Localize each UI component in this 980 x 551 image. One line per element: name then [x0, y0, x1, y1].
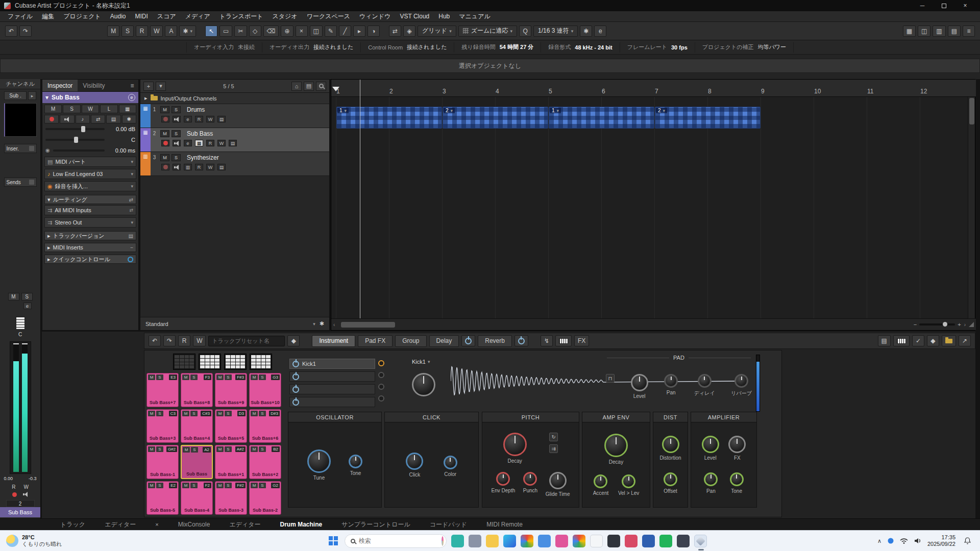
tray-chevron-icon[interactable]: ∧ [877, 538, 881, 544]
menu-project[interactable]: プロジェクト [59, 12, 106, 21]
automation-panel-button[interactable]: A [165, 26, 177, 37]
tab-sampler-control[interactable]: サンプラーコントロール [341, 520, 410, 529]
pad-mute-button[interactable]: M [182, 483, 189, 488]
tab-visibility[interactable]: Visibility [78, 80, 110, 91]
record-enable-icon[interactable] [12, 492, 17, 497]
pad-solo-button[interactable]: S [259, 374, 266, 380]
pad-mute-button[interactable]: M [251, 483, 258, 488]
color-tool[interactable]: ◑ [368, 26, 380, 37]
tab-editor-1[interactable]: エディター [105, 520, 136, 529]
start-button[interactable] [327, 534, 340, 547]
monitor-icon[interactable] [23, 492, 29, 497]
tab-instrument[interactable]: Instrument [312, 335, 355, 347]
automation-mode-button[interactable]: ✱▾ [179, 26, 196, 37]
zoom-tool[interactable]: ⊕ [281, 26, 293, 37]
note-icon[interactable]: ♪ [76, 115, 90, 123]
weather-widget[interactable]: 28°Cくもりのち晴れ [0, 531, 68, 551]
pad-solo-button[interactable]: S [259, 483, 266, 488]
volume-slider[interactable]: 0.00 dB [42, 123, 138, 134]
undo-button[interactable]: ↶ [149, 335, 161, 346]
pitch-mode-button[interactable]: ↻ [549, 433, 558, 441]
pitch-route-button[interactable]: ⇉ [549, 444, 558, 453]
setup-toolbar-button[interactable]: ≡ [963, 26, 975, 37]
io-channels-folder[interactable]: ▸ Input/Output Channels [140, 93, 329, 104]
inspector-write-button[interactable]: W [82, 105, 99, 113]
track-solo-button[interactable]: S [172, 130, 181, 137]
preset-icon[interactable]: ◆ [927, 335, 939, 346]
pad-reverb-send-knob[interactable] [734, 374, 748, 388]
read-button[interactable]: R [195, 116, 203, 122]
scroll-right-icon[interactable]: › [964, 322, 966, 328]
inspector-track-header[interactable]: ▾ Sub Bass e [42, 92, 138, 103]
pad-mute-button[interactable]: M [183, 447, 190, 453]
pad-mute-button[interactable]: M [182, 374, 189, 380]
mute-tool[interactable]: × [296, 26, 308, 37]
close-button[interactable]: × [954, 0, 976, 11]
pad-solo-button[interactable]: S [225, 446, 232, 452]
track-row-sub-bass[interactable]: ▦ 2 M S Sub Bass e ▦ R W ▤ [140, 128, 329, 152]
status-project-pan-law[interactable]: プロジェクトの補正均等パワー [695, 42, 794, 53]
menu-edit[interactable]: 編集 [37, 12, 59, 21]
pitch-punch-knob[interactable] [523, 472, 537, 486]
snap-button[interactable]: ◈ [403, 26, 415, 37]
channel-mute-button[interactable]: M [8, 293, 19, 300]
tab-drum-machine[interactable]: Drum Machine [280, 521, 323, 528]
track-mute-button[interactable]: M [160, 106, 169, 113]
list-icon[interactable]: ▤ [304, 82, 314, 91]
pad-solo-button[interactable]: S [225, 483, 232, 488]
delay-power-button[interactable] [461, 335, 475, 346]
redo-button[interactable]: ↷ [163, 335, 176, 346]
power-icon[interactable] [292, 373, 299, 380]
sends-section[interactable]: Sends [4, 178, 37, 187]
menu-window[interactable]: ウィンドウ [355, 12, 395, 21]
section-quick-controls[interactable]: ▸ クイックコントロール [44, 255, 136, 264]
midi-part-select[interactable]: ▤ MIDI パート ▾ [44, 157, 136, 167]
amp-accent-knob[interactable] [594, 474, 607, 488]
pad-link-button[interactable]: ⊓ [606, 374, 615, 383]
arrangement-area[interactable]: 1▾ 2▾ 1▾ 2▾ [331, 97, 968, 319]
dist-distortion-knob[interactable] [662, 436, 679, 453]
close-icon[interactable]: × [155, 521, 158, 528]
tab-mixconsole[interactable]: MixConsole [178, 521, 210, 528]
taskbar-app-icon[interactable] [677, 535, 690, 547]
folder-button[interactable] [942, 335, 956, 346]
click-level-knob[interactable] [406, 453, 423, 470]
freeze-button[interactable]: ⇄ [91, 115, 105, 123]
confirm-button[interactable]: ✓ [912, 335, 924, 346]
vertical-scrollbar[interactable] [968, 97, 975, 319]
status-record-format[interactable]: 録音形式48 kHz - 24 bit [541, 42, 620, 53]
drum-map-button[interactable]: ▦ [195, 140, 203, 146]
read-all-button[interactable]: R [136, 26, 148, 37]
track-mute-button[interactable]: M [160, 154, 169, 161]
write-button[interactable]: W [217, 140, 226, 146]
menu-midi[interactable]: MIDI [131, 13, 153, 20]
tab-delay[interactable]: Delay [429, 335, 459, 347]
drum-pad-d3[interactable]: MSD3Sub Bass+5 [215, 409, 247, 443]
track-options-icon[interactable]: ▤ [217, 116, 226, 122]
reverb-power-button[interactable] [514, 335, 528, 346]
keyboard-button[interactable] [555, 335, 572, 346]
instrument-button[interactable]: ▥ [184, 164, 192, 170]
sample-select[interactable]: Kick1▾ [412, 359, 430, 365]
inspector-menu-icon[interactable]: ≡ [126, 80, 138, 91]
sample-slot-4[interactable] [289, 397, 375, 407]
zone-preset-select[interactable]: Standard [145, 321, 168, 327]
midi-clip[interactable]: 1▾ [336, 107, 442, 129]
track-preset-input[interactable] [208, 336, 285, 346]
sample-slot-3[interactable] [289, 384, 375, 394]
channel-write-button[interactable]: W [23, 484, 28, 490]
pad-solo-button[interactable]: S [190, 374, 198, 380]
quantize-toggle[interactable]: Q [519, 26, 531, 37]
zoom-slider[interactable]: − + [914, 321, 961, 328]
inserts-section[interactable]: Inser. [4, 144, 37, 153]
taskbar-app-icon[interactable] [625, 535, 638, 547]
dist-offset-knob[interactable] [664, 472, 677, 486]
drum-pad-a2-selected[interactable]: MSA2Sub Bass [181, 445, 213, 479]
taskbar-chrome-icon[interactable] [573, 535, 585, 547]
drum-pad-fs3[interactable]: MSF#3Sub Bass+9 [215, 373, 247, 407]
channel-track-name[interactable]: Sub Bass [0, 507, 40, 517]
inspector-mute-button[interactable]: M [44, 105, 62, 113]
drum-pad-cs3[interactable]: MSC#3Sub Bass+4 [181, 409, 213, 443]
track-row-drums[interactable]: ▦ 1 M S Drums e R W ▤ [140, 104, 329, 128]
track-solo-button[interactable]: S [172, 106, 181, 113]
